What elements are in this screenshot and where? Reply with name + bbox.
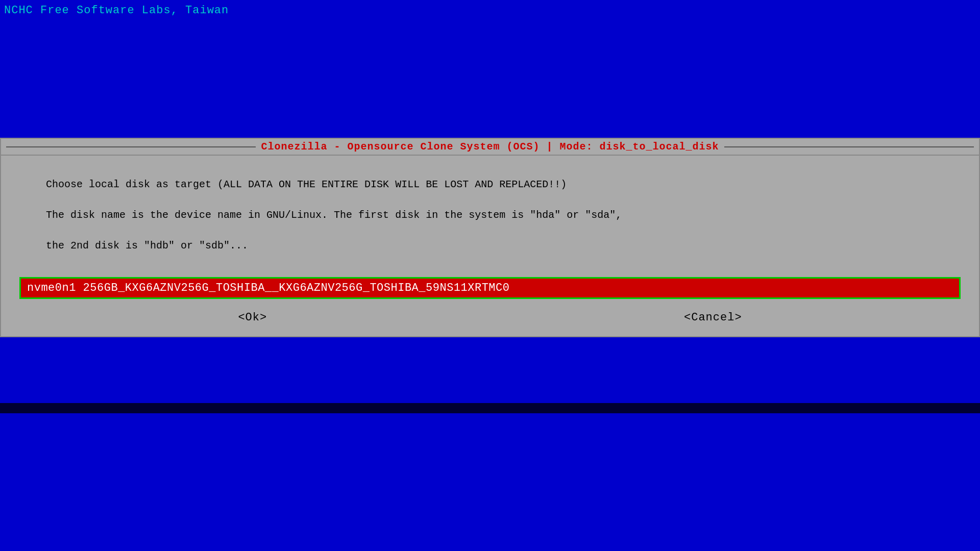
dialog-body: Choose local disk as target (ALL DATA ON… <box>1 156 979 336</box>
ok-button[interactable]: <Ok> <box>228 309 277 326</box>
dialog: Clonezilla - Opensource Clone System (OC… <box>0 138 980 337</box>
description-line3: the 2nd disk is "hdb" or "sdb"... <box>46 240 248 252</box>
disk-list: nvme0n1 256GB_KXG6AZNV256G_TOSHIBA__KXG6… <box>9 277 971 299</box>
dialog-title: Clonezilla - Opensource Clone System (OC… <box>261 141 719 153</box>
disk-option[interactable]: nvme0n1 256GB_KXG6AZNV256G_TOSHIBA__KXG6… <box>19 277 961 299</box>
title-right-line <box>724 146 974 147</box>
app-title: NCHC Free Software Labs, Taiwan <box>4 4 229 17</box>
description-line2: The disk name is the device name in GNU/… <box>46 209 622 221</box>
description-line1: Choose local disk as target (ALL DATA ON… <box>46 179 567 190</box>
bottom-bar <box>0 403 980 413</box>
buttons-row: <Ok> <Cancel> <box>9 309 971 326</box>
title-left-line <box>6 146 256 147</box>
dialog-title-bar: Clonezilla - Opensource Clone System (OC… <box>1 139 979 156</box>
description-text: Choose local disk as target (ALL DATA ON… <box>9 162 971 269</box>
cancel-button[interactable]: <Cancel> <box>674 309 752 326</box>
